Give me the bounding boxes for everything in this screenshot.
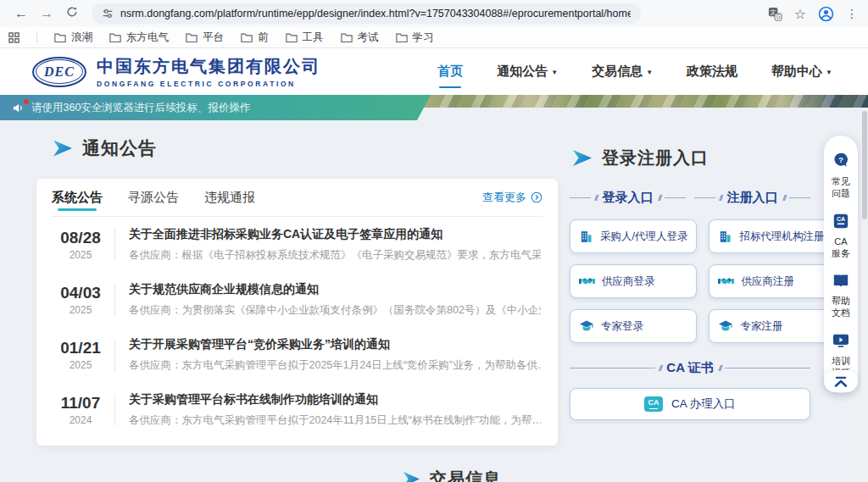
supplier-login-button[interactable]: 供应商登录 bbox=[570, 264, 697, 298]
collapse-to-top-button[interactable] bbox=[824, 370, 858, 392]
bookmark-folder[interactable]: 工具 bbox=[286, 30, 324, 45]
notice-item[interactable]: 08/28 2025 关于全面推进非招标采购业务CA认证及电子签章应用的通知 各… bbox=[52, 217, 542, 272]
entry-button-grid: 采购人/代理人登录 招标代理机构注册 供应商登录 bbox=[570, 219, 810, 343]
circle-chevron-right-icon bbox=[531, 191, 542, 203]
divider bbox=[114, 394, 115, 426]
supplier-register-button[interactable]: 供应商注册 bbox=[709, 264, 833, 298]
notice-title[interactable]: 关于采购管理平台标书在线制作功能培训的通知 bbox=[129, 392, 541, 407]
ca-section-header: // CA 证书 // bbox=[570, 360, 810, 376]
bookmark-folder[interactable]: 东方电气 bbox=[109, 30, 169, 45]
notice-date-block: 11/07 2024 bbox=[53, 394, 108, 426]
main-nav: 首页 通知公告▼ 交易信息▼ 政策法规 帮助中心▼ bbox=[436, 58, 834, 85]
divider bbox=[36, 31, 37, 43]
notice-item[interactable]: 11/07 2024 关于采购管理平台标书在线制作功能培训的通知 各供应商：东方… bbox=[52, 382, 542, 437]
notification-dot bbox=[24, 99, 29, 104]
browser-toolbar: ← → nsrm.dongfang.com/platform/runtime/e… bbox=[0, 0, 868, 27]
notice-title[interactable]: 关于规范供应商企业规模信息的通知 bbox=[129, 282, 541, 297]
tab-violation-reports[interactable]: 违规通报 bbox=[204, 179, 255, 216]
expert-login-button[interactable]: 专家登录 bbox=[570, 309, 697, 343]
scrollbar-thumb[interactable] bbox=[862, 111, 867, 219]
announcement-text: 请使用360安全浏览器进行后续投标、报价操作 bbox=[31, 101, 250, 115]
section-arrow-icon bbox=[53, 141, 72, 157]
rail-item-ca-service[interactable]: CA CA服务 bbox=[824, 208, 858, 268]
notice-tabs: 系统公告 寻源公告 违规通报 查看更多 bbox=[52, 179, 542, 217]
company-name-cn: 中国东方电气集团有限公司 bbox=[97, 55, 320, 78]
entry-section-title: 登录注册入口 bbox=[573, 147, 810, 169]
notice-date: 01/21 bbox=[53, 339, 108, 357]
notice-date: 08/28 bbox=[53, 229, 108, 247]
notice-date: 04/03 bbox=[53, 284, 108, 302]
page-scrollbar[interactable] bbox=[861, 108, 868, 482]
bookmark-folder[interactable]: 考试 bbox=[341, 30, 379, 45]
profile-avatar-icon[interactable] bbox=[818, 6, 834, 22]
bookmark-folder[interactable]: 浪潮 bbox=[54, 30, 92, 45]
register-header: 注册入口 bbox=[726, 190, 780, 206]
chevron-down-icon: ▼ bbox=[646, 69, 653, 76]
company-title: 中国东方电气集团有限公司 DONGFANG ELECTRIC CORPORATI… bbox=[97, 55, 320, 88]
section-arrow-icon bbox=[573, 150, 592, 166]
notice-item[interactable]: 01/21 2025 关于开展采购管理平台“竞价采购业务”培训的通知 各供应商：… bbox=[52, 327, 542, 382]
nav-item-notices[interactable]: 通知公告▼ bbox=[495, 58, 559, 85]
nav-item-policies[interactable]: 政策法规 bbox=[685, 58, 739, 85]
url-bar[interactable]: nsrm.dongfang.com/platform/runtime/epp/d… bbox=[92, 3, 641, 24]
buyer-agent-login-button[interactable]: 采购人/代理人登录 bbox=[570, 219, 697, 253]
chevron-down-icon: ▼ bbox=[551, 69, 558, 76]
announcement-ribbon: 请使用360安全浏览器进行后续投标、报价操作 bbox=[0, 95, 431, 120]
nav-item-help-center[interactable]: 帮助中心▼ bbox=[770, 58, 834, 85]
back-icon[interactable]: ← bbox=[8, 6, 34, 21]
company-name-en: DONGFANG ELECTRIC CORPORATION bbox=[97, 80, 320, 88]
rail-item-faq[interactable]: ? 常见问题 bbox=[824, 146, 858, 208]
hero-banner-strip: 请使用360安全浏览器进行后续投标、报价操作 bbox=[0, 95, 868, 108]
tab-system-notices[interactable]: 系统公告 bbox=[52, 179, 103, 216]
document-icon bbox=[832, 273, 849, 291]
reload-icon[interactable] bbox=[59, 6, 85, 21]
apps-grid-icon[interactable] bbox=[8, 32, 19, 43]
notice-desc: 各供应商：东方电气采购管理平台拟于2024年11月15日上线“标书在线制作”功能… bbox=[129, 413, 541, 428]
section-arrow-icon bbox=[403, 472, 420, 482]
divider bbox=[114, 284, 115, 316]
notice-title[interactable]: 关于全面推进非招标采购业务CA认证及电子签章应用的通知 bbox=[129, 227, 541, 242]
dec-logo[interactable]: DEC bbox=[32, 57, 86, 87]
bookmark-folder[interactable]: 平台 bbox=[186, 30, 224, 45]
question-icon: ? bbox=[832, 152, 849, 172]
building-icon bbox=[579, 230, 593, 244]
notice-title[interactable]: 关于开展采购管理平台“竞价采购业务”培训的通知 bbox=[129, 337, 541, 352]
graduation-cap-icon bbox=[718, 319, 733, 333]
ca-apply-button[interactable]: CA CA 办理入口 bbox=[570, 388, 810, 420]
login-header: 登录入口 bbox=[601, 190, 655, 206]
kebab-menu-icon[interactable]: ⋮ bbox=[846, 7, 858, 20]
expert-register-button[interactable]: 专家注册 bbox=[709, 309, 833, 343]
bookmark-folder[interactable]: 学习 bbox=[396, 30, 434, 45]
bookmarks-bar: 浪潮 东方电气 平台 前 工具 考试 学习 bbox=[0, 27, 868, 48]
divider bbox=[114, 339, 115, 371]
bookmark-star-icon[interactable]: ☆ bbox=[794, 6, 806, 22]
notice-item[interactable]: 04/03 2025 关于规范供应商企业规模信息的通知 各供应商：为贯彻落实《保… bbox=[52, 272, 542, 327]
nav-item-trade-info[interactable]: 交易信息▼ bbox=[590, 58, 654, 85]
notice-desc: 各供应商：东方电气采购管理平台拟于2025年1月24日上线“竞价采购”业务，为帮… bbox=[129, 358, 541, 373]
handshake-icon bbox=[718, 275, 734, 288]
trade-info-section-title: 交易信息 bbox=[36, 468, 868, 482]
notice-desc: 各供应商：根据《电子招标投标系统技术规范》《电子采购交易规范》要求，东方电气采购… bbox=[129, 248, 541, 263]
notice-year: 2025 bbox=[53, 249, 108, 261]
building-icon bbox=[718, 230, 732, 244]
ca-icon: CA bbox=[832, 213, 849, 232]
ca-header: CA 证书 bbox=[665, 360, 715, 376]
notice-date-block: 04/03 2025 bbox=[53, 284, 108, 316]
rail-item-help-docs[interactable]: 帮助文档 bbox=[824, 267, 858, 327]
svg-text:G: G bbox=[776, 14, 780, 19]
notice-desc: 各供应商：为贯彻落实《保障中小企业款项支付条例》（国务院令第802号）及《中小企… bbox=[129, 303, 541, 318]
svg-text:?: ? bbox=[838, 156, 843, 164]
forward-icon[interactable]: → bbox=[34, 6, 59, 21]
ca-badge-icon: CA bbox=[644, 396, 663, 412]
site-settings-icon[interactable] bbox=[102, 8, 114, 19]
bookmark-folder[interactable]: 前 bbox=[241, 30, 269, 45]
tab-sourcing-notices[interactable]: 寻源公告 bbox=[128, 179, 179, 216]
url-text[interactable]: nsrm.dongfang.com/platform/runtime/epp/d… bbox=[120, 8, 631, 19]
handshake-icon bbox=[579, 275, 595, 288]
notice-year: 2025 bbox=[53, 359, 108, 371]
see-more-link[interactable]: 查看更多 bbox=[482, 190, 542, 205]
translate-icon[interactable]: 文G bbox=[768, 7, 782, 21]
notice-card: 系统公告 寻源公告 违规通报 查看更多 08/28 2025 关于全 bbox=[36, 179, 558, 446]
nav-item-home[interactable]: 首页 bbox=[436, 58, 465, 85]
bidding-agency-register-button[interactable]: 招标代理机构注册 bbox=[709, 219, 833, 253]
